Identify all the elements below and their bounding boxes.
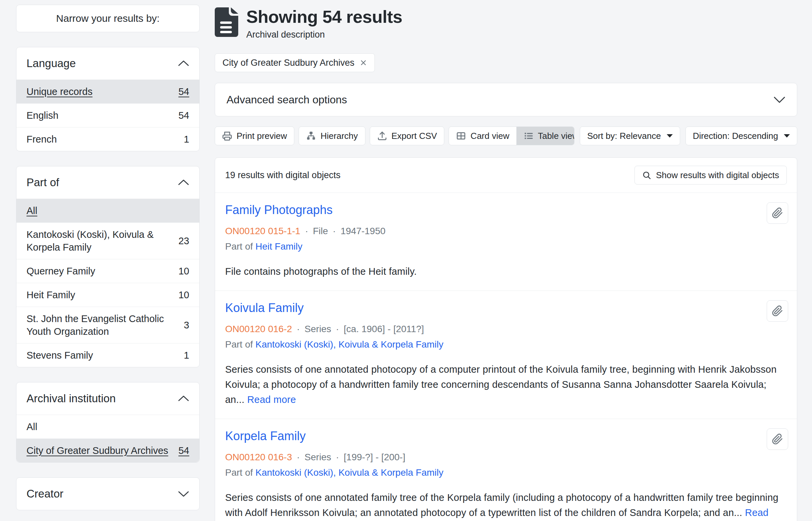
direction-dropdown[interactable]: Direction: Descending bbox=[685, 127, 797, 145]
print-preview-button[interactable]: Print preview bbox=[215, 127, 294, 145]
table-view-icon bbox=[523, 131, 534, 141]
facet-item-label: St. John the Evangelist Catholic Youth O… bbox=[26, 312, 171, 338]
facet-item[interactable]: All bbox=[17, 415, 199, 438]
facet-item[interactable]: City of Greater Sudbury Archives 54 bbox=[17, 438, 199, 462]
upload-icon bbox=[377, 131, 387, 141]
reference-code: ON00120 016-3 bbox=[225, 452, 292, 462]
facet-item-label: All bbox=[26, 421, 37, 433]
chevron-up-icon bbox=[178, 179, 189, 186]
facet-title: Archival institution bbox=[26, 391, 116, 406]
meta-separator: · bbox=[305, 226, 308, 236]
facet-list: All City of Greater Sudbury Archives 54 bbox=[17, 415, 199, 462]
result-title-link[interactable]: Korpela Family bbox=[225, 429, 306, 443]
facet-item[interactable]: Heit Family 10 bbox=[17, 283, 199, 307]
main-content: Showing 54 results Archival description … bbox=[215, 5, 797, 521]
sidebar-title: Narrow your results by: bbox=[16, 5, 200, 32]
filter-tag: City of Greater Sudbury Archives bbox=[215, 53, 375, 72]
part-of-line: Part of Kantokoski (Koski), Koivula & Ko… bbox=[225, 467, 787, 478]
result-title-link[interactable]: Koivula Family bbox=[225, 301, 304, 315]
reference-code: ON00120 016-2 bbox=[225, 324, 292, 335]
meta-separator: · bbox=[333, 226, 336, 236]
table-view-button[interactable]: Table view bbox=[516, 127, 574, 145]
result-item: Koivula Family ON00120 016-2 · Series · … bbox=[215, 291, 797, 419]
facet-item-count: 23 bbox=[179, 234, 189, 247]
export-csv-button[interactable]: Export CSV bbox=[370, 127, 445, 145]
results-toolbar: Print preview Hierarchy Export CSV bbox=[215, 127, 797, 145]
result-item: Korpela Family ON00120 016-3 · Series · … bbox=[215, 419, 797, 521]
facet-item-count: 10 bbox=[179, 265, 189, 277]
sort-by-dropdown[interactable]: Sort by: Relevance bbox=[580, 127, 680, 145]
result-description: Series consists of one annotated family … bbox=[225, 490, 787, 521]
read-more-link[interactable]: Read more bbox=[247, 394, 296, 405]
result-meta: ON00120 016-3 · Series · [199-?] - [200-… bbox=[225, 452, 787, 462]
hierarchy-button[interactable]: Hierarchy bbox=[299, 127, 365, 145]
direction-label: Direction: Descending bbox=[693, 131, 778, 141]
facet-header-toggle[interactable]: Part of bbox=[17, 166, 199, 199]
page-title: Showing 54 results bbox=[246, 7, 402, 27]
result-title-link[interactable]: Family Photographs bbox=[225, 203, 333, 217]
results-card: 19 results with digital objects Show res… bbox=[215, 157, 797, 521]
facet-item-count: 54 bbox=[179, 109, 189, 122]
attachment-button[interactable] bbox=[767, 202, 788, 224]
facet-item-count: 1 bbox=[184, 349, 189, 362]
meta-separator: · bbox=[297, 324, 300, 335]
page-layout: Narrow your results by: Language Unique … bbox=[0, 0, 812, 521]
results-header: 19 results with digital objects Show res… bbox=[215, 158, 797, 192]
printer-icon bbox=[222, 131, 232, 141]
results-list: Family Photographs ON00120 015-1-1 · Fil… bbox=[215, 192, 797, 521]
facet-list: All Kantokoski (Koski), Koivula & Korpel… bbox=[17, 199, 199, 367]
result-item: Family Photographs ON00120 015-1-1 · Fil… bbox=[215, 192, 797, 291]
part-of-link[interactable]: Heit Family bbox=[255, 241, 302, 252]
facet-header-toggle[interactable]: Creator bbox=[17, 478, 199, 510]
advanced-search-toggle[interactable]: Advanced search options bbox=[215, 83, 797, 116]
part-of-link[interactable]: Kantokoski (Koski), Koivula & Korpela Fa… bbox=[255, 467, 443, 478]
facet-item[interactable]: English 54 bbox=[17, 103, 199, 127]
part-of-label: Part of bbox=[225, 241, 255, 252]
facet-item-count: 54 bbox=[179, 444, 189, 457]
card-view-button[interactable]: Card view bbox=[449, 127, 516, 145]
facet-item[interactable]: All bbox=[17, 199, 199, 222]
results-page-header: Showing 54 results Archival description bbox=[215, 7, 797, 40]
facet-header-toggle[interactable]: Language bbox=[17, 47, 199, 80]
facet-title: Part of bbox=[26, 175, 59, 190]
meta-separator: · bbox=[336, 324, 339, 335]
show-digital-objects-label: Show results with digital objects bbox=[656, 170, 779, 180]
attachment-button[interactable] bbox=[767, 428, 788, 450]
chevron-down-icon bbox=[178, 491, 189, 497]
result-meta: ON00120 015-1-1 · File · 1947-1950 bbox=[225, 226, 787, 236]
chevron-down-icon bbox=[773, 96, 786, 103]
attachment-button[interactable] bbox=[767, 300, 788, 322]
facet-item[interactable]: St. John the Evangelist Catholic Youth O… bbox=[17, 307, 199, 343]
facet-item-label: Stevens Family bbox=[26, 349, 93, 362]
sort-controls: Sort by: Relevance Direction: Descending bbox=[574, 127, 797, 145]
digital-objects-count: 19 results with digital objects bbox=[225, 170, 341, 180]
export-csv-label: Export CSV bbox=[391, 131, 437, 141]
result-meta: ON00120 016-2 · Series · [ca. 1906] - [2… bbox=[225, 324, 787, 335]
description-text: Series consists of one annotated family … bbox=[225, 492, 779, 518]
facet-sidebar: Narrow your results by: Language Unique … bbox=[16, 5, 200, 521]
facet-item[interactable]: Unique records 54 bbox=[17, 80, 199, 103]
facet-card: Language Unique records 54 English 54 Fr… bbox=[16, 47, 200, 151]
remove-filter-button[interactable] bbox=[360, 59, 367, 66]
card-view-icon bbox=[456, 131, 466, 141]
facet-item[interactable]: Kantokoski (Koski), Koivula & Korpela Fa… bbox=[17, 222, 199, 259]
facet-item-label: City of Greater Sudbury Archives bbox=[26, 444, 168, 457]
facet-item-count: 1 bbox=[184, 133, 189, 145]
dates: [ca. 1906] - [2011?] bbox=[344, 324, 424, 335]
close-icon bbox=[360, 59, 367, 66]
show-digital-objects-button[interactable]: Show results with digital objects bbox=[634, 166, 787, 184]
sort-by-label: Sort by: Relevance bbox=[587, 131, 661, 141]
facet-header-toggle[interactable]: Archival institution bbox=[17, 382, 199, 415]
facet-item[interactable]: Querney Family 10 bbox=[17, 259, 199, 283]
meta-separator: · bbox=[297, 452, 300, 462]
facet-item[interactable]: Stevens Family 1 bbox=[17, 343, 199, 367]
hierarchy-icon bbox=[306, 131, 316, 141]
facet-item[interactable]: French 1 bbox=[17, 127, 199, 151]
archival-description-icon bbox=[215, 7, 238, 37]
facet-title: Creator bbox=[26, 486, 63, 501]
description-text: Series consists of one annotated photoco… bbox=[225, 364, 777, 405]
search-icon bbox=[642, 171, 651, 180]
facet-item-label: All bbox=[26, 204, 37, 217]
part-of-link[interactable]: Kantokoski (Koski), Koivula & Korpela Fa… bbox=[255, 339, 443, 349]
facet-item-label: English bbox=[26, 109, 59, 122]
